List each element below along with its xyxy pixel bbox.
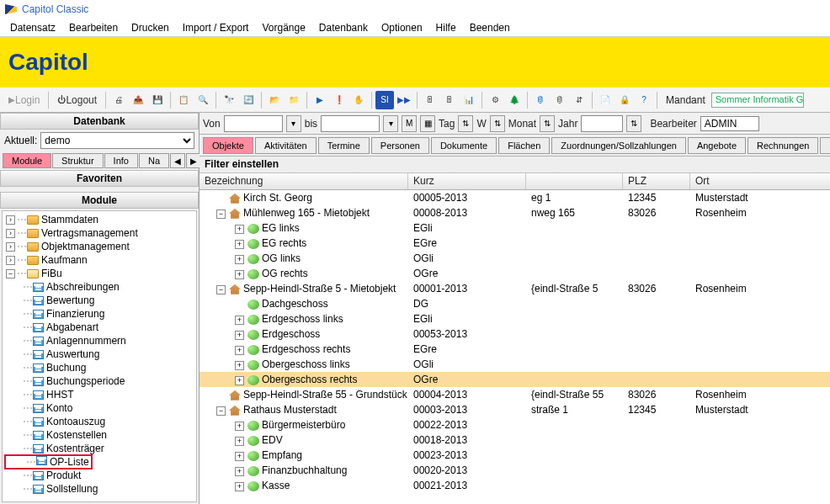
open-icon[interactable]: 📂 (265, 91, 284, 109)
expander-icon[interactable]: + (235, 467, 244, 476)
table-row[interactable]: +OG linksOGli (200, 251, 830, 266)
tree-node-vertragsmanagement[interactable]: Vertragsmanagement (41, 227, 138, 239)
von-input[interactable] (224, 115, 283, 132)
expander-icon[interactable]: + (235, 255, 244, 264)
expander-icon[interactable]: + (235, 331, 244, 340)
bis-input[interactable] (321, 115, 380, 132)
db1-icon[interactable]: 🛢 (531, 91, 550, 109)
expander-icon[interactable]: + (235, 422, 244, 431)
col-extra[interactable] (526, 173, 623, 189)
tab-zuordnungen-sollzahlungen[interactable]: Zuordnungen/Sollzahlungen (551, 137, 686, 154)
expander-icon[interactable]: + (235, 482, 244, 491)
table-row[interactable]: +Erdgeschoss00053-2013 (200, 326, 830, 342)
chart-icon[interactable]: 📊 (460, 91, 478, 109)
filter-einstellen-bar[interactable]: Filter einstellen (200, 157, 830, 173)
save-icon[interactable]: 💾 (148, 91, 167, 109)
table-row[interactable]: Kirch St. Georg00005-2013eg 112345Muster… (200, 190, 830, 205)
table-row[interactable]: +EG linksEGli (200, 220, 830, 236)
expander-icon[interactable]: − (216, 406, 226, 416)
expander-icon[interactable]: + (235, 240, 244, 249)
table-row[interactable]: −Sepp-Heindl-Straße 5 - Mietobjekt00001-… (200, 281, 830, 296)
table-row[interactable]: Sepp-Heindl-Straße 55 - Grundstück00004-… (200, 387, 830, 402)
preview-icon[interactable]: 📄 (596, 91, 615, 109)
expander-icon[interactable]: − (6, 269, 15, 279)
bis-picker-icon[interactable]: ▾ (383, 115, 398, 132)
tree-leaf-kostenstellen[interactable]: Kostenstellen (46, 429, 107, 441)
menu-import-export[interactable]: Import / Export (176, 19, 256, 36)
login-button[interactable]: ▶ Login (3, 91, 45, 109)
tree-node-objektmanagement[interactable]: Objektmanagement (41, 241, 130, 252)
tree-leaf-finanzierung[interactable]: Finanzierung (46, 308, 104, 320)
table-row[interactable]: +EDV00018-2013 (200, 432, 830, 448)
play-icon[interactable]: ▶ (311, 91, 329, 109)
w-spin[interactable]: ⇅ (490, 115, 505, 132)
table-row[interactable]: DachgeschossDG (200, 296, 830, 311)
logout-button[interactable]: ⏻ Logout (52, 91, 102, 109)
expander-icon[interactable]: › (6, 242, 15, 252)
find-icon[interactable]: 🔍 (194, 91, 212, 109)
tree-leaf-abgabenart[interactable]: Abgabenart (46, 321, 98, 333)
binoculars-icon[interactable]: 🔭 (220, 91, 238, 109)
table-row[interactable]: −Mühlenweg 165 - Mietobjekt00008-2013nwe… (200, 205, 830, 220)
menu-datenbank[interactable]: Datenbank (312, 19, 375, 36)
expander-icon[interactable]: + (235, 361, 244, 370)
tab-left-arrow[interactable]: ◀ (170, 153, 185, 168)
tree-leaf-auswertung[interactable]: Auswertung (46, 348, 99, 360)
expander-icon[interactable]: + (235, 316, 244, 325)
tree-leaf-kontoauszug[interactable]: Kontoauszug (46, 416, 105, 427)
expander-icon[interactable]: › (6, 229, 15, 238)
table-row[interactable]: +EG rechtsEGre (200, 236, 830, 251)
table-row[interactable]: +Erdgeschoss rechtsEGre (200, 342, 830, 357)
expander-icon[interactable]: + (235, 346, 244, 355)
tab-struktur[interactable]: Struktur (52, 153, 104, 168)
expander-icon[interactable]: + (235, 452, 244, 461)
menu-beenden[interactable]: Beenden (463, 19, 517, 36)
expander-icon[interactable]: − (216, 210, 226, 219)
expander-icon[interactable]: + (235, 225, 244, 234)
tree-node-stammdaten[interactable]: Stammdaten (41, 214, 98, 225)
slider2-icon[interactable]: 🎚 (440, 91, 459, 109)
alert-icon[interactable]: ❗ (330, 91, 348, 109)
tree-leaf-op-liste[interactable]: OP-Liste (50, 456, 89, 468)
table-row[interactable]: +Erdgeschoss linksEGli (200, 311, 830, 326)
hierarchy-icon[interactable]: ⇵ (570, 91, 588, 109)
tree-leaf-buchungsperiode[interactable]: Buchungsperiode (46, 375, 125, 387)
tree-leaf-bewertung[interactable]: Bewertung (46, 294, 94, 306)
db2-icon[interactable]: 🛢 (551, 91, 569, 109)
print-icon[interactable]: 🖨 (109, 91, 128, 109)
expander-icon[interactable]: + (235, 270, 244, 279)
table-row[interactable]: +Empfang00023-2013 (200, 448, 830, 463)
lock-icon[interactable]: 🔒 (615, 91, 634, 109)
export-icon[interactable]: 📤 (129, 91, 147, 109)
slider1-icon[interactable]: 🎚 (421, 91, 439, 109)
table-row[interactable]: +Finanzbuchhaltung00020-2013 (200, 463, 830, 478)
expander-icon[interactable]: + (235, 437, 244, 446)
menu-optionen[interactable]: Optionen (375, 19, 429, 36)
table-row[interactable]: +Kasse00021-2013 (200, 478, 830, 493)
tree-icon[interactable]: 🌲 (505, 91, 524, 109)
refresh-icon[interactable]: 🔄 (239, 91, 258, 109)
monat-spin[interactable]: ⇅ (540, 115, 555, 132)
expander-icon[interactable]: › (6, 215, 15, 225)
jahr-spin[interactable]: ⇅ (626, 115, 641, 132)
col-plz[interactable]: PLZ (623, 173, 690, 189)
tab-dokumente[interactable]: Dokumente (431, 137, 497, 154)
tab-objekte[interactable]: Objekte (203, 137, 253, 154)
von-picker-icon[interactable]: ▾ (286, 115, 301, 132)
tree-leaf-produkt[interactable]: Produkt (46, 470, 81, 481)
menu-bearbeiten[interactable]: Bearbeiten (62, 19, 125, 36)
expander-icon[interactable]: − (216, 285, 226, 294)
jahr-input[interactable] (581, 115, 623, 132)
expander-icon[interactable]: › (6, 256, 15, 265)
table-row[interactable]: −Rathaus Musterstadt00003-2013straße 112… (200, 402, 830, 417)
m-button[interactable]: M (402, 115, 417, 132)
col-ort[interactable]: Ort (690, 173, 830, 189)
tree-leaf-konto[interactable]: Konto (46, 402, 72, 414)
copy-icon[interactable]: 📋 (174, 91, 193, 109)
tree-leaf-sollstellung[interactable]: Sollstellung (46, 483, 98, 495)
tree-node-kaufmann[interactable]: Kaufmann (41, 254, 88, 266)
tree-leaf-hhst[interactable]: HHST (46, 389, 74, 401)
forward-icon[interactable]: ▶▶ (395, 91, 413, 109)
tree-leaf-kostentr-ger[interactable]: Kostenträger (46, 443, 104, 454)
tab-aktivit-ten[interactable]: Aktivitäten (255, 137, 317, 154)
